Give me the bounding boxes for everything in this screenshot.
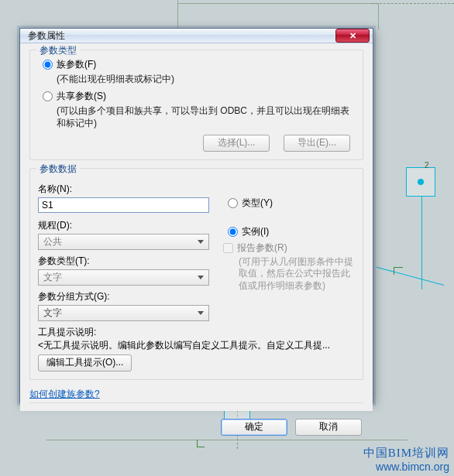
name-input[interactable] [38,197,209,213]
radio-type[interactable] [228,198,238,208]
chevron-down-icon [194,271,207,283]
radio-family-param[interactable] [43,60,53,70]
groupby-combo[interactable]: 文字 [38,305,209,321]
chevron-down-icon [194,306,207,319]
report-checkbox [223,243,233,253]
dialog-footer: 确定 取消 [20,411,373,443]
close-button[interactable]: ✕ [335,29,370,43]
select-button[interactable]: 选择(L)... [203,135,270,152]
report-checkbox-label: 报告参数(R) [237,241,287,255]
name-label: 名称(N): [38,183,209,196]
dialog-body: 参数类型 族参数(F) (不能出现在明细表或标记中) 共享参数(S) (可以由多… [20,43,373,411]
ptype-label: 参数类型(T): [38,255,209,268]
ptype-combo[interactable]: 文字 [38,269,209,286]
groupby-value: 文字 [43,306,62,320]
dialog-title: 参数属性 [28,29,335,43]
radio-instance-label: 实例(I) [242,225,269,238]
titlebar[interactable]: 参数属性 ✕ [20,29,373,43]
group-param-type: 参数类型 族参数(F) (不能出现在明细表或标记中) 共享参数(S) (可以由多… [29,50,363,160]
cancel-button[interactable]: 取消 [295,419,362,436]
discipline-label: 规程(D): [38,219,209,232]
export-button[interactable]: 导出(E)... [284,135,350,152]
chevron-down-icon [194,235,207,248]
radio-type-label: 类型(Y) [242,197,273,210]
group-param-data-title: 参数数据 [36,163,80,176]
radio-shared-param[interactable] [43,91,53,101]
watermark-line1: 中国BIM培训网 [363,446,449,461]
close-icon: ✕ [349,32,356,40]
report-note: (可用于从几何图形条件中提取值，然后在公式中报告此值或用作明细表参数) [239,256,355,293]
tooltip-text: <无工具提示说明。编辑此参数以编写自定义工具提示。自定义工具提... [38,339,355,351]
help-link[interactable]: 如何创建族参数? [29,388,363,401]
groupby-label: 参数分组方式(G): [38,290,209,303]
ok-button[interactable]: 确定 [221,419,287,436]
radio-instance[interactable] [228,227,238,237]
radio-shared-param-label: 共享参数(S) [57,90,106,103]
ptype-value: 文字 [43,271,62,284]
parameter-properties-dialog: 参数属性 ✕ 参数类型 族参数(F) (不能出现在明细表或标记中) 共享参数(S… [19,28,373,403]
tooltip-label: 工具提示说明: [38,326,355,339]
edit-tooltip-button[interactable]: 编辑工具提示(O)... [38,354,132,372]
shared-param-desc: (可以由多个项目和族共享，可以导出到 ODBC，并且可以出现在明细表和标记中) [57,104,355,129]
watermark: 中国BIM培训网 www.bimcn.org [363,446,449,473]
discipline-combo[interactable]: 公共 [38,234,209,250]
radio-family-param-label: 族参数(F) [57,58,96,71]
watermark-line2: www.bimcn.org [363,461,449,473]
group-param-type-title: 参数类型 [36,44,80,57]
discipline-value: 公共 [43,235,62,248]
family-param-desc: (不能出现在明细表或标记中) [57,73,355,85]
group-param-data: 参数数据 名称(N): 规程(D): 公共 参数类型(T): 文字 [29,168,363,380]
